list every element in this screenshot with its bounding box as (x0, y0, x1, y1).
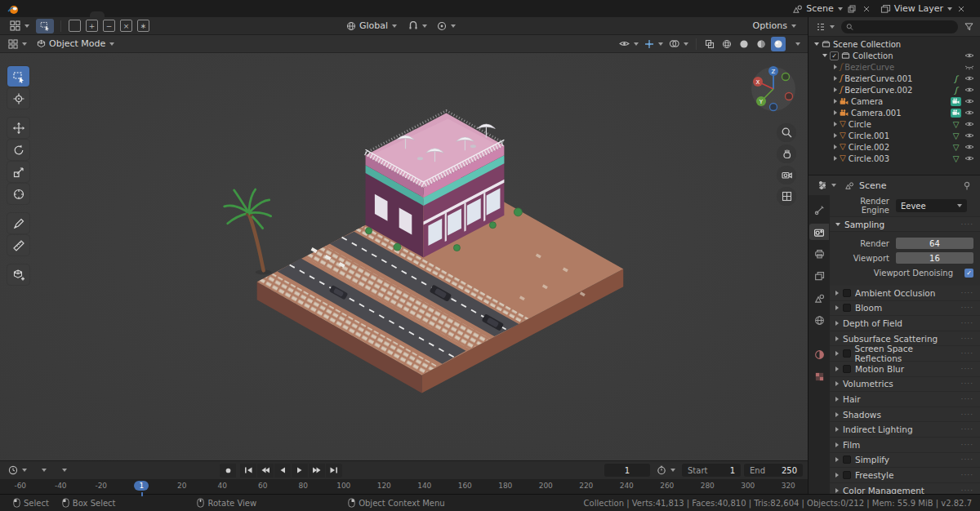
visibility-eye-icon[interactable] (964, 87, 975, 93)
render-samples-field[interactable]: 64 (896, 238, 973, 249)
panel-grip[interactable] (961, 441, 973, 449)
properties-section-header[interactable]: Volumetrics (830, 377, 980, 393)
3d-viewport[interactable]: Object Mode (0, 35, 808, 460)
workspace-tab[interactable] (119, 11, 134, 17)
panel-grip[interactable] (961, 411, 973, 419)
outliner-object-row[interactable]: ʃ ▽ BezierCurve.002 ʃ ▽ (808, 84, 980, 96)
scene-collection-row[interactable]: Scene Collection (808, 38, 980, 50)
object-visibility-dropdown[interactable] (617, 37, 640, 51)
tab-output[interactable] (809, 246, 829, 262)
properties-section-header[interactable]: Film (830, 438, 980, 453)
panel-grip[interactable] (961, 289, 973, 297)
outliner-object-row[interactable]: ʃ ▽ Camera ʃ ▽ (808, 96, 980, 107)
outliner-object-row[interactable]: ʃ ▽ Circle.002 ʃ ▽ (808, 141, 980, 153)
visibility-eye-icon[interactable] (964, 75, 975, 82)
auto-key-record-button[interactable] (220, 464, 236, 478)
workspace-tab[interactable] (90, 11, 105, 17)
properties-section-header[interactable]: Color Management (830, 483, 980, 494)
expand-icon[interactable] (834, 76, 837, 81)
blender-logo-icon[interactable] (7, 3, 20, 15)
expand-icon[interactable] (834, 64, 837, 69)
workspace-tab[interactable] (163, 11, 178, 17)
tab-texture[interactable] (809, 368, 829, 384)
visibility-eye-icon[interactable] (964, 52, 975, 59)
pin-button[interactable] (960, 178, 974, 193)
prev-keyframe-button[interactable] (257, 464, 274, 478)
jump-to-end-button[interactable] (326, 464, 342, 478)
shading-rendered-button[interactable] (771, 37, 786, 51)
timeline-menu-item[interactable] (52, 461, 73, 479)
workspace-tab[interactable] (105, 11, 119, 17)
render-engine-dropdown[interactable]: Eevee (896, 199, 967, 212)
expand-icon[interactable] (834, 144, 837, 149)
section-checkbox[interactable] (843, 455, 851, 464)
section-checkbox[interactable] (843, 289, 851, 297)
visibility-eye-icon[interactable] (964, 121, 975, 127)
panel-grip[interactable] (961, 487, 973, 494)
timeline-ruler[interactable]: -60-40-201204060801001201401601802002202… (0, 479, 808, 494)
shading-options-dropdown[interactable] (788, 37, 803, 51)
gizmo-dropdown[interactable] (643, 37, 665, 51)
outliner-tree[interactable]: Scene Collection Collection (808, 37, 980, 175)
jump-to-start-button[interactable] (240, 464, 256, 478)
shading-wireframe-button[interactable] (719, 37, 734, 51)
panel-grip[interactable] (961, 319, 973, 327)
tab-tool[interactable] (809, 202, 829, 218)
properties-section-header[interactable]: Screen Space Reflections (830, 346, 980, 362)
cursor-tool[interactable] (7, 88, 29, 109)
camera-view-button[interactable] (777, 166, 796, 184)
viewport-denoising-checkbox[interactable] (964, 269, 973, 278)
timeline-editor-type-button[interactable] (5, 463, 30, 478)
properties-section-header[interactable]: Indirect Lighting (830, 422, 980, 438)
outliner-object-row[interactable]: ʃ ▽ Circle.003 ʃ ▽ (808, 153, 980, 164)
expand-icon[interactable] (834, 99, 837, 104)
select-intersect-icon[interactable]: ∗ (137, 20, 149, 32)
tab-scene[interactable] (809, 290, 829, 306)
shading-solid-button[interactable] (737, 37, 751, 51)
expand-icon[interactable] (834, 133, 837, 138)
tab-material[interactable] (809, 346, 829, 362)
workspace-tab[interactable] (237, 11, 248, 17)
panel-grip[interactable] (961, 335, 973, 343)
play-button[interactable] (292, 464, 308, 478)
outliner-object-row[interactable]: ʃ ▽ Camera.001 ʃ ▽ (808, 107, 980, 118)
visibility-eye-icon[interactable] (964, 155, 975, 162)
proportional-editing-button[interactable] (434, 19, 459, 33)
outliner-search-input[interactable] (857, 22, 953, 31)
outliner-object-row[interactable]: ʃ ▽ BezierCurve.001 ʃ ▽ (808, 73, 980, 84)
zoom-button[interactable] (777, 123, 796, 142)
panel-grip[interactable] (961, 455, 973, 464)
properties-section-header[interactable]: Bloom (830, 301, 980, 317)
viewport-canvas[interactable]: Z X Y (0, 53, 808, 460)
outliner-search[interactable] (841, 20, 958, 33)
outliner-editor-type-button[interactable] (813, 20, 838, 34)
shading-material-button[interactable] (754, 37, 768, 51)
playback-sync-button[interactable] (653, 463, 679, 478)
collection-row[interactable]: Collection (808, 50, 980, 61)
snap-magnet-button[interactable] (405, 19, 430, 33)
transform-orientation-dropdown[interactable]: Global (341, 20, 402, 32)
add-cube-tool[interactable] (7, 264, 29, 285)
workspace-tab[interactable] (222, 11, 237, 17)
timeline-menu-item[interactable] (32, 461, 52, 479)
view-layer-selector[interactable]: View Layer (880, 3, 967, 15)
measure-tool[interactable] (7, 235, 29, 256)
workspace-tab[interactable] (149, 11, 163, 17)
properties-section-header[interactable]: Ambient Occlusion (830, 286, 980, 301)
panel-grip[interactable] (961, 425, 973, 433)
collection-checkbox[interactable] (830, 51, 839, 60)
section-checkbox[interactable] (843, 349, 851, 358)
viewport-editor-type-button[interactable] (5, 37, 30, 51)
workspace-tab[interactable] (207, 11, 222, 17)
filter-button[interactable] (961, 20, 976, 34)
panel-grip[interactable] (961, 220, 973, 229)
properties-section-header[interactable]: Shadows (830, 407, 980, 423)
orthographic-toggle-button[interactable] (777, 187, 796, 206)
visibility-eye-icon[interactable] (964, 132, 975, 139)
section-checkbox[interactable] (843, 304, 851, 312)
select-subtract-icon[interactable]: − (103, 20, 115, 32)
expand-icon[interactable] (834, 110, 837, 115)
outliner-object-row[interactable]: ʃ ▽ Circle.001 ʃ ▽ (808, 130, 980, 141)
active-tool-button[interactable] (36, 19, 54, 33)
collapse-icon[interactable] (814, 42, 819, 46)
